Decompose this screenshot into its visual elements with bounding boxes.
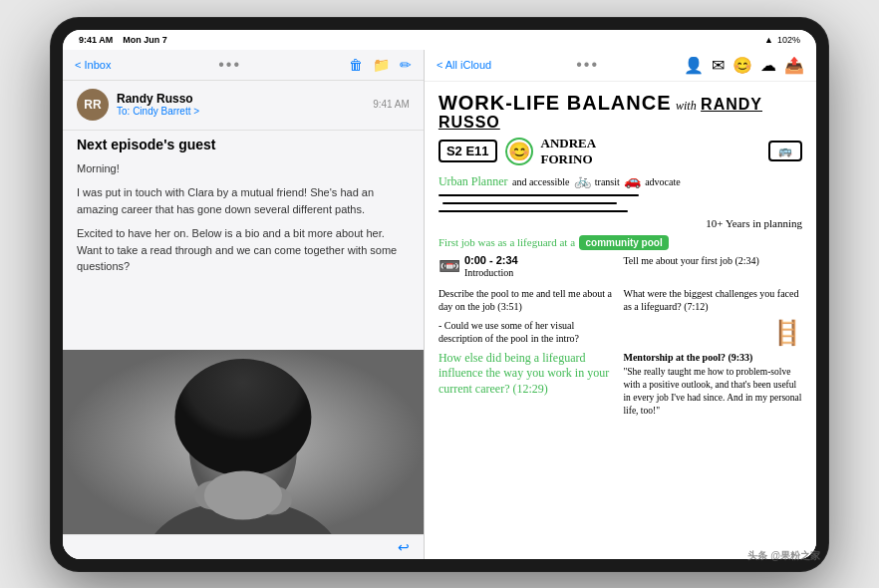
subtitle-rest: and accessible: [512, 176, 569, 187]
status-time: 9:41 AM Mon Jun 7: [79, 35, 167, 45]
subtitle-line: Urban Planner and accessible 🚲 transit 🚗…: [439, 171, 802, 189]
mail-paragraph2: Excited to have her on. Below is a bio a…: [77, 225, 410, 275]
sender-name: Randy Russo: [117, 92, 365, 106]
divider-lines: [439, 192, 802, 214]
host-name-line2: FORINO: [541, 151, 597, 167]
svg-point-6: [204, 471, 282, 520]
sender-row: RR Randy Russo To: Cindy Barrett > 9:41 …: [77, 89, 410, 121]
mentorship-text: Mentorship at the pool? (9:33): [623, 351, 802, 364]
challenges-text: What were the biggest challenges you fac…: [623, 288, 798, 312]
timestamp-info: 0:00 - 2:34 Introduction: [464, 254, 518, 279]
mail-subject: Next episode's guest: [63, 131, 424, 154]
first-job-text: First job was as a lifeguard at a: [439, 236, 575, 248]
cell-challenges: What were the biggest challenges you fac…: [623, 287, 802, 313]
avatar: RR: [77, 89, 109, 121]
host-name-line1: ANDREA: [541, 136, 597, 151]
notes-more-button[interactable]: •••: [576, 56, 599, 74]
divider-2: [442, 202, 617, 204]
cell-intro: 📼 0:00 - 2:34 Introduction: [439, 254, 618, 281]
bus-decoration: 🚌: [768, 141, 802, 161]
divider-1: [439, 194, 639, 196]
car-icon: 🚗: [624, 172, 645, 188]
notes-back-button[interactable]: < All iCloud: [437, 59, 491, 71]
delete-button[interactable]: 🗑: [349, 57, 363, 73]
notes-pane: < All iCloud ••• 👤 ✉ 😊 ☁ 📤 WORK: [425, 50, 816, 559]
bike-icon: 🚲: [574, 172, 595, 188]
describe-text: Describe the pool to me and tell me abou…: [439, 288, 612, 312]
cell-decoration: 🪜: [623, 319, 802, 347]
cloud-icon[interactable]: ☁: [760, 56, 776, 75]
subtitle-transit: transit: [595, 176, 620, 187]
cell-describe: Describe the pool to me and tell me abou…: [439, 287, 618, 313]
tablet-screen: 9:41 AM Mon Jun 7 ▲ 102% < Inbox •••: [63, 30, 816, 559]
tell-me-text: Tell me about your first job (2:34): [623, 255, 759, 266]
quote-text: "She really taught me how to problem-sol…: [623, 366, 802, 419]
sketch-title-area: WORK-LIFE BALANCE with RANDY RUSSO: [439, 92, 802, 132]
host-avatar: 😊: [505, 138, 533, 165]
status-right: ▲ 102%: [764, 35, 800, 45]
years-row: 10+ Years in planning: [439, 217, 802, 229]
reply-button[interactable]: ↩: [398, 539, 410, 555]
mail-body: Morning! I was put in touch with Clara b…: [63, 154, 424, 351]
watermark: 头条 @果粉之家: [747, 549, 816, 559]
mail-time: 9:41 AM: [373, 99, 410, 110]
timestamp1: 0:00 - 2:34: [464, 254, 518, 266]
notes-content: WORK-LIFE BALANCE with RANDY RUSSO S2 E1…: [425, 82, 816, 559]
notes-toolbar-left: < All iCloud: [437, 59, 491, 71]
battery-indicator: 102%: [777, 35, 800, 45]
back-button[interactable]: < Inbox: [75, 59, 111, 71]
mail-greeting: Morning!: [77, 160, 410, 177]
mail-more-button[interactable]: •••: [218, 56, 241, 74]
mail-footer: ↩: [63, 534, 424, 559]
notes-toolbar-right: 👤 ✉ 😊 ☁ 📤: [684, 56, 804, 75]
ladder-icon: 🪜: [772, 319, 802, 347]
visual-note-text: - Could we use some of her visual descri…: [439, 320, 579, 344]
first-job-line: First job was as a lifeguard at a commun…: [439, 232, 802, 250]
mail-toolbar-right: 🗑 📁 ✏: [349, 57, 412, 73]
cell-how-else: How else did being a lifeguard influence…: [439, 351, 618, 419]
wifi-icon: ▲: [764, 35, 773, 45]
timestamp-row: 📼 0:00 - 2:34 Introduction: [439, 254, 618, 279]
subtitle-green: Urban Planner: [439, 174, 508, 188]
cassette-icon: 📼: [439, 255, 460, 277]
cell-visual-note: - Could we use some of her visual descri…: [439, 319, 618, 347]
how-else-text: How else did being a lifeguard influence…: [439, 351, 609, 396]
years-text: 10+ Years in planning: [706, 217, 802, 229]
divider-3: [439, 210, 628, 212]
intro-label: Introduction: [464, 266, 518, 279]
sketch-title-with: with: [676, 99, 697, 113]
mail-icon[interactable]: ✉: [712, 56, 725, 75]
host-info: ANDREA FORINO: [541, 136, 597, 167]
person-icon[interactable]: 👤: [684, 56, 704, 75]
cell-tell-me: Tell me about your first job (2:34): [623, 254, 802, 281]
compose-button[interactable]: ✏: [400, 57, 412, 73]
notes-toolbar: < All iCloud ••• 👤 ✉ 😊 ☁ 📤: [425, 50, 816, 82]
bottom-grid: How else did being a lifeguard influence…: [439, 351, 802, 419]
mail-pane: < Inbox ••• 🗑 📁 ✏ RR Randy Russo: [63, 50, 425, 559]
mail-paragraph1: I was put in touch with Clara by a mutua…: [77, 184, 410, 217]
mail-photo-area: [63, 350, 424, 534]
mail-toolbar: < Inbox ••• 🗑 📁 ✏: [63, 50, 424, 81]
share-icon[interactable]: 📤: [784, 56, 804, 75]
status-bar: 9:41 AM Mon Jun 7 ▲ 102%: [63, 30, 816, 50]
main-area: < Inbox ••• 🗑 📁 ✏ RR Randy Russo: [63, 50, 816, 559]
episode-badge: S2 E11: [439, 140, 497, 162]
emoji-icon[interactable]: 😊: [732, 56, 752, 75]
mail-header: RR Randy Russo To: Cindy Barrett > 9:41 …: [63, 81, 424, 131]
sketch-title-main: WORK-LIFE BALANCE: [439, 92, 672, 114]
tablet-device: 9:41 AM Mon Jun 7 ▲ 102% < Inbox •••: [51, 18, 828, 571]
mail-photo: [63, 350, 424, 534]
subtitle-advocate: advocate: [645, 176, 681, 187]
sender-info: Randy Russo To: Cindy Barrett >: [117, 92, 365, 117]
episode-row: S2 E11 😊 ANDREA FORINO 🚌: [439, 136, 802, 167]
svg-point-3: [174, 359, 311, 475]
community-pool-badge: community pool: [579, 235, 668, 250]
sender-to[interactable]: To: Cindy Barrett >: [117, 106, 365, 117]
content-grid: 📼 0:00 - 2:34 Introduction Tell me about…: [439, 254, 802, 347]
mail-toolbar-left: < Inbox: [75, 59, 111, 71]
folder-button[interactable]: 📁: [373, 57, 390, 73]
cell-mentorship-quote: Mentorship at the pool? (9:33) "She real…: [623, 351, 802, 419]
